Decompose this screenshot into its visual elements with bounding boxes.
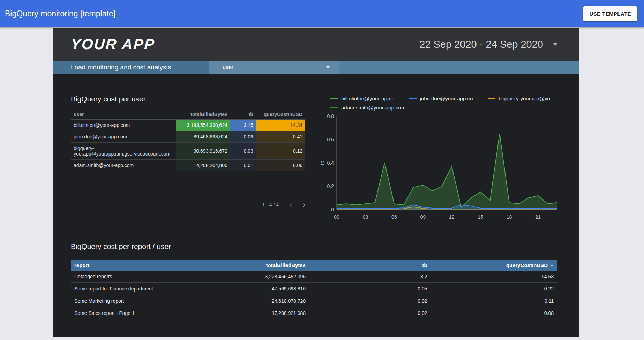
table-header-row: user totalBilledBytes tb queryCostInUSD — [71, 109, 305, 120]
sort-desc-icon — [550, 265, 554, 267]
cell-user: john.doe@your-app.com — [71, 131, 176, 143]
legend-label: john.doe@your-app.co... — [420, 96, 477, 101]
legend-item[interactable]: john.doe@your-app.co... — [409, 96, 477, 101]
table-header-row: report totalBilledBytes tb queryCostInUS… — [71, 260, 557, 271]
legend-item[interactable]: adam.smith@your-app.com — [330, 105, 405, 111]
table-row: bill.clinton@your-app.com 3,183,554,330,… — [71, 120, 305, 131]
dashboard-header: YOUR APP 22 Sep 2020 - 24 Sep 2020 — [53, 28, 579, 61]
cell-totalbilledbytes: 24,610,078,720 — [226, 295, 309, 307]
cell-totalbilledbytes: 30,693,916,672 — [176, 143, 230, 160]
svg-text:0: 0 — [331, 207, 334, 212]
column-header-user[interactable]: user — [71, 109, 176, 120]
cell-querycostinusd: 0.08 — [431, 307, 557, 319]
cell-tb: 0.01 — [230, 160, 256, 171]
use-template-button[interactable]: USE TEMPLATE — [583, 6, 637, 21]
legend-label: bigquery-yourapp@yo... — [499, 96, 554, 101]
cell-totalbilledbytes: 3,183,554,330,624 — [176, 120, 230, 131]
cell-report: Untagged reports — [71, 271, 226, 283]
cell-tb: 0.03 — [230, 143, 256, 160]
cell-report: Some Marketing report — [71, 295, 226, 307]
table-row: Some Sales report - Page 1 17,288,921,08… — [71, 307, 557, 319]
cost-per-user-area-chart: 00.20.40.60.80003060912151821tb — [320, 113, 561, 221]
cell-totalbilledbytes: 17,288,921,088 — [226, 307, 309, 319]
cell-querycostinusd: 14.34 — [256, 120, 305, 131]
column-header-querycostinusd[interactable]: queryCostInUSD — [256, 109, 305, 120]
svg-text:0.4: 0.4 — [327, 160, 334, 166]
chevron-down-icon — [553, 43, 558, 46]
user-filter-value: user — [223, 64, 233, 70]
table-pagination: 1 - 4 / 4 ‹ › — [71, 201, 305, 209]
column-header-querycostinusd[interactable]: queryCostInUSD — [431, 260, 557, 271]
cell-user: bill.clinton@your-app.com — [71, 120, 176, 131]
svg-text:15: 15 — [478, 214, 483, 220]
table-row: bigquery-yourapp@yourapp.iam.gserviceacc… — [71, 143, 305, 160]
cost-per-report-title: BigQuery cost per report / user — [71, 242, 557, 251]
chart-legend: bill.clinton@your-app.c... john.doe@your… — [330, 96, 557, 111]
legend-label: adam.smith@your-app.com — [341, 105, 405, 111]
legend-item[interactable]: bill.clinton@your-app.c... — [330, 96, 398, 101]
column-header-tb[interactable]: tb — [309, 260, 431, 271]
date-range-value: 22 Sep 2020 - 24 Sep 2020 — [419, 39, 543, 50]
svg-text:0.2: 0.2 — [327, 183, 334, 189]
svg-text:21: 21 — [535, 214, 541, 220]
svg-text:0.8: 0.8 — [327, 113, 334, 119]
cost-per-user-chart-block: bill.clinton@your-app.c... john.doe@your… — [317, 95, 561, 223]
pagination-label: 1 - 4 / 4 — [262, 202, 279, 207]
cell-report: Some report for Finance department — [71, 283, 226, 295]
cell-querycostinusd: 0.41 — [256, 131, 305, 143]
series-color-swatch — [330, 107, 338, 108]
cell-user: bigquery-yourapp@yourapp.iam.gserviceacc… — [71, 143, 176, 160]
cell-totalbilledbytes: 14,208,204,800 — [176, 160, 230, 171]
svg-text:03: 03 — [363, 214, 368, 220]
cell-tb: 0.02 — [309, 295, 431, 307]
page-title-tab: Load monitoring and cost analysis — [53, 61, 209, 74]
table-row: Some report for Finance department 47,56… — [71, 283, 557, 295]
date-range-picker[interactable]: 22 Sep 2020 - 24 Sep 2020 — [419, 39, 558, 50]
table-row: Some Marketing report 24,610,078,720 0.0… — [71, 295, 557, 307]
cost-per-user-section: BigQuery cost per user user totalBilledB… — [71, 95, 557, 223]
cell-querycostinusd: 0.11 — [431, 295, 557, 307]
series-color-swatch — [488, 98, 495, 99]
cell-tb: 3.15 — [230, 120, 256, 131]
series-color-swatch — [330, 98, 338, 99]
series-color-swatch — [409, 98, 417, 99]
cell-totalbilledbytes: 89,468,698,624 — [176, 131, 230, 143]
cell-totalbilledbytes: 47,569,698,816 — [226, 283, 309, 295]
legend-item[interactable]: bigquery-yourapp@yo... — [488, 96, 554, 101]
svg-text:12: 12 — [449, 214, 455, 220]
column-header-totalbilledbytes[interactable]: totalBilledBytes — [176, 109, 230, 120]
column-header-totalbilledbytes[interactable]: totalBilledBytes — [226, 260, 309, 271]
cost-per-user-table: user totalBilledBytes tb queryCostInUSD … — [71, 109, 305, 171]
cell-tb: 0.09 — [230, 131, 256, 143]
table-row: Untagged reports 3,228,456,452,096 3.2 1… — [71, 271, 557, 283]
column-header-report[interactable]: report — [71, 260, 226, 271]
cell-querycostinusd: 0.12 — [256, 143, 305, 160]
svg-text:18: 18 — [507, 214, 512, 220]
cost-per-report-section: BigQuery cost per report / user report t… — [71, 242, 557, 319]
chevron-down-icon — [326, 66, 330, 69]
cell-totalbilledbytes: 3,228,456,452,096 — [226, 271, 309, 283]
cell-querycostinusd: 0.06 — [256, 160, 305, 171]
topbar: BigQuery monitoring [template] USE TEMPL… — [0, 0, 644, 27]
user-filter-dropdown[interactable]: user — [209, 61, 339, 74]
next-page-icon[interactable]: › — [302, 201, 305, 209]
svg-text:09: 09 — [420, 214, 426, 220]
filter-bar: Load monitoring and cost analysis user — [53, 61, 579, 74]
prev-page-icon[interactable]: ‹ — [289, 201, 292, 209]
column-header-tb[interactable]: tb — [230, 109, 256, 120]
cost-per-user-title: BigQuery cost per user — [71, 95, 317, 103]
legend-label: bill.clinton@your-app.c... — [341, 96, 398, 101]
cell-tb: 3.2 — [309, 271, 431, 283]
cost-per-report-table: report totalBilledBytes tb queryCostInUS… — [71, 260, 557, 319]
cell-report: Some Sales report - Page 1 — [71, 307, 226, 319]
app-logo: YOUR APP — [70, 36, 156, 53]
svg-text:06: 06 — [391, 214, 397, 220]
cell-tb: 0.05 — [309, 283, 431, 295]
svg-text:00: 00 — [334, 214, 339, 220]
table-row: john.doe@your-app.com 89,468,698,624 0.0… — [71, 131, 305, 143]
cell-querycostinusd: 14.53 — [431, 271, 557, 283]
column-header-label: queryCostInUSD — [506, 262, 548, 268]
dashboard: YOUR APP 22 Sep 2020 - 24 Sep 2020 Load … — [53, 28, 579, 337]
cell-querycostinusd: 0.22 — [431, 283, 557, 295]
svg-text:tb: tb — [320, 161, 325, 165]
